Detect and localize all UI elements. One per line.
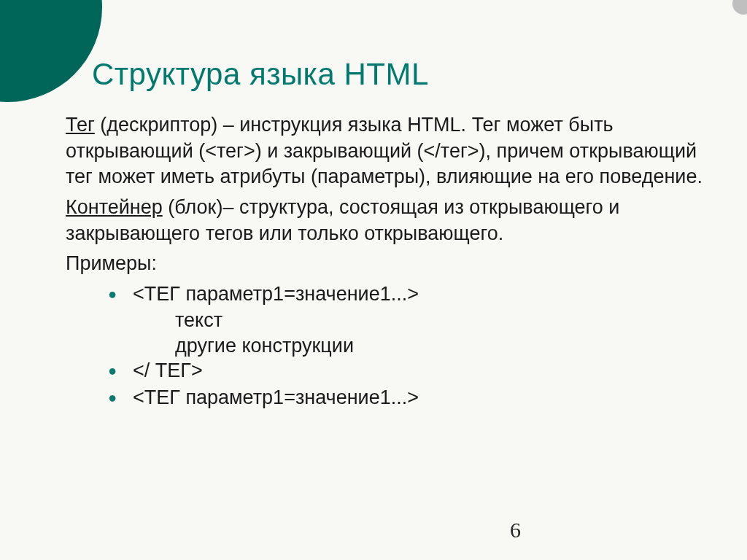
example-3-text: <ТЕГ параметр1=значение1...>	[133, 385, 419, 411]
term-container: Контейнер	[66, 196, 163, 218]
example-1: ● <ТЕГ параметр1=значение1...>	[108, 281, 712, 307]
example-1-line3: другие конструкции	[175, 333, 712, 359]
corner-dot	[732, 0, 747, 15]
paragraph-container: Контейнер (блок)– структура, состоящая и…	[66, 195, 712, 246]
example-1-line2: текст	[175, 308, 712, 333]
term-teg: Тег	[66, 114, 95, 136]
example-1-line1: <ТЕГ параметр1=значение1...>	[133, 281, 419, 307]
page-number: 6	[510, 518, 521, 542]
examples-label: Примеры:	[66, 251, 712, 277]
paragraph-teg: Тег (дескриптор) – инструкция языка HTML…	[66, 112, 712, 190]
bullet-icon: ●	[108, 385, 133, 410]
slide-title: Структура языка HTML	[92, 57, 712, 92]
slide-content: Структура языка HTML Тег (дескриптор) – …	[66, 57, 712, 531]
examples-list: ● <ТЕГ параметр1=значение1...> текст дру…	[108, 281, 712, 411]
paragraph-teg-text: (дескриптор) – инструкция языка HTML. Те…	[66, 114, 703, 187]
example-2: ● </ ТЕГ>	[108, 358, 712, 384]
example-3: ● <ТЕГ параметр1=значение1...>	[108, 385, 712, 411]
example-2-text: </ ТЕГ>	[133, 358, 203, 384]
bullet-icon: ●	[108, 358, 133, 383]
bullet-icon: ●	[108, 281, 133, 306]
